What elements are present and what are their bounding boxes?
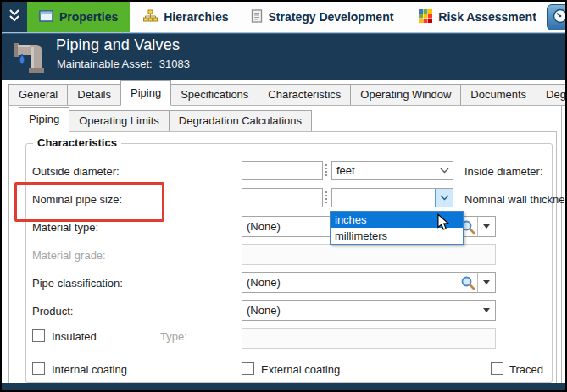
bottom-window-edge (2, 383, 565, 390)
asset-subtitle: Maintainable Asset:31083 (57, 58, 190, 70)
tab-characteristics[interactable]: Characteristics (258, 84, 351, 106)
gauge-icon (553, 8, 567, 27)
gauge-button[interactable] (547, 4, 567, 30)
secondary-tab-strip: Piping Operating Limits Degradation Calc… (19, 108, 311, 132)
window-icon (39, 10, 53, 25)
material-grade-label: Material grade: (32, 249, 106, 262)
chevron-down-icon[interactable] (435, 189, 453, 207)
collapse-button[interactable] (2, 2, 27, 32)
splitter-grip-icon (325, 191, 327, 203)
dropdown-button[interactable] (478, 301, 495, 320)
toolbar-item-label: Strategy Development (269, 10, 394, 24)
toolbar-tab-properties[interactable]: Properties (27, 2, 130, 32)
insulated-checkbox[interactable] (32, 329, 45, 342)
inside-diameter-label: Inside diameter: (464, 165, 543, 178)
material-type-label: Material type: (32, 221, 98, 234)
nominal-pipe-size-unit-combobox[interactable] (331, 188, 453, 207)
pipe-classification-value: (None) (242, 276, 459, 289)
product-value: (None) (242, 304, 478, 317)
external-coating-checkbox[interactable] (242, 362, 254, 375)
unit-dropdown-list: inches millimeters (330, 211, 464, 245)
arrow-down-icon (483, 280, 490, 284)
arrow-down-icon (483, 308, 490, 312)
asset-id: 31083 (159, 58, 190, 70)
unit-value: feet (332, 164, 436, 177)
app-window: Properties Hierarchies Strategy Developm… (0, 0, 567, 392)
splitter-grip-icon (325, 164, 327, 176)
insulation-type-label: Type: (160, 330, 187, 343)
top-toolbar: Properties Hierarchies Strategy Developm… (2, 2, 565, 33)
insulated-label: Insulated (52, 330, 97, 343)
traced-checkbox[interactable] (491, 362, 503, 375)
outside-diameter-label: Outside diameter: (32, 165, 120, 178)
tab-degradation-mechanisms[interactable]: Degradation M (536, 84, 567, 106)
nominal-pipe-size-input[interactable] (242, 188, 323, 207)
toolbar-item-strategy-development[interactable]: Strategy Development (251, 2, 394, 32)
internal-coating-checkbox[interactable] (32, 362, 45, 375)
nominal-wall-thickness-label: Nominal wall thickne (464, 193, 565, 206)
toolbar-tab-label: Properties (59, 10, 118, 24)
tab-piping[interactable]: Piping (120, 80, 171, 106)
outside-diameter-unit-combobox[interactable]: feet (331, 161, 453, 180)
toolbar-item-hierarchies[interactable]: Hierarchies (143, 2, 228, 32)
toolbar-item-risk-assessment[interactable]: Risk Assessment (419, 2, 536, 32)
external-coating-label: External coating (261, 363, 340, 376)
chevron-down-icon[interactable] (436, 162, 453, 179)
magnifier-icon[interactable] (459, 275, 477, 290)
pipe-classification-label: Pipe classification: (32, 277, 123, 290)
pipe-elbow-icon (12, 37, 47, 78)
product-label: Product: (32, 305, 73, 317)
subtab-piping[interactable]: Piping (19, 107, 69, 132)
nominal-pipe-size-label: Nominal pipe size: (32, 193, 122, 206)
toolbar-item-label: Risk Assessment (438, 10, 536, 24)
dropdown-button[interactable] (477, 273, 495, 292)
dropdown-option-inches[interactable]: inches (331, 212, 463, 228)
dropdown-option-millimeters[interactable]: millimeters (331, 228, 463, 244)
page-title: Piping and Valves (56, 36, 180, 54)
subtab-operating-limits[interactable]: Operating Limits (69, 110, 170, 132)
tab-general[interactable]: General (8, 84, 68, 106)
traced-label: Traced (509, 363, 543, 376)
toolbar-item-label: Hierarchies (164, 10, 228, 24)
dropdown-button[interactable] (477, 217, 495, 236)
internal-coating-label: Internal coating (52, 363, 127, 376)
primary-tab-strip: General Details Piping Specifications Ch… (8, 81, 567, 106)
document-icon (251, 9, 263, 25)
hierarchy-icon (143, 9, 158, 25)
outside-diameter-input[interactable] (242, 161, 323, 180)
insulation-type-input (242, 328, 496, 349)
subtab-degradation-calculations[interactable]: Degradation Calculations (169, 110, 312, 132)
tab-documents[interactable]: Documents (460, 84, 536, 106)
chevron-double-down-icon (8, 8, 20, 25)
tab-operating-window[interactable]: Operating Window (350, 84, 461, 106)
risk-matrix-icon (419, 9, 432, 25)
tab-specifications[interactable]: Specifications (170, 84, 258, 106)
pipe-classification-lookup[interactable]: (None) (242, 272, 496, 293)
material-grade-input (242, 244, 496, 265)
groupbox-title: Characteristics (33, 136, 121, 149)
asset-label: Maintainable Asset: (57, 58, 153, 70)
product-combobox[interactable]: (None) (242, 300, 496, 321)
arrow-down-icon (483, 224, 490, 229)
tab-details[interactable]: Details (67, 84, 121, 106)
